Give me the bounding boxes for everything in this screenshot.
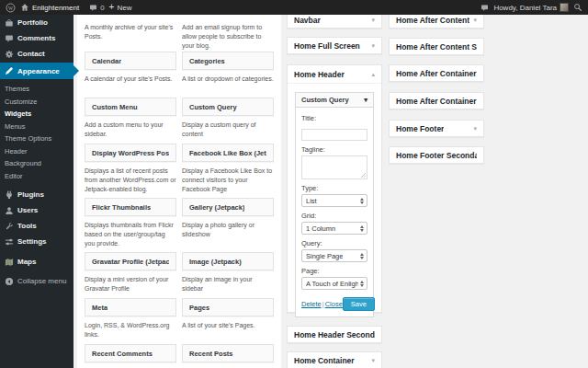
tagline-textarea[interactable] [301, 155, 368, 179]
submenu-item-editor[interactable]: Editor [5, 170, 74, 183]
available-widgets-row: Custom Menu Add a custom menu to your si… [85, 98, 274, 139]
widget-area-home-after-container-secondary[interactable]: Home After Container S [389, 92, 484, 109]
widget-description: A calendar of your site's Posts. [85, 75, 176, 84]
type-select[interactable]: List [301, 194, 368, 207]
comments-icon [5, 34, 14, 43]
comments-count: 0 [100, 4, 104, 12]
widget-area-home-full-screen[interactable]: Home Full Screen ▾ [287, 37, 382, 54]
collapse-arrow-icon [5, 277, 14, 286]
submenu-item-customize[interactable]: Customize [5, 96, 74, 109]
comment-bubble-icon [89, 4, 97, 12]
save-button[interactable]: Save [343, 297, 375, 311]
title-input[interactable] [301, 129, 368, 141]
widget-card-meta[interactable]: Meta [85, 298, 176, 316]
admin-bar-comments[interactable]: 0 [89, 4, 104, 12]
site-name-link[interactable]: Enlightenment [20, 3, 85, 12]
sidebar-item-users[interactable]: Users [0, 202, 74, 218]
grid-select[interactable]: 1 Column [301, 222, 368, 235]
widget-card-facebook-like-box[interactable]: Facebook Like Box (Jetpa... [182, 144, 274, 162]
widget-card-flickr-thumbnails[interactable]: Flickr Thumbnails [85, 198, 176, 216]
widget-description: Login, RSS, & WordPress.org links. [85, 321, 176, 339]
widget-area-home-after-container[interactable]: Home After Container [389, 64, 484, 82]
widget-area-home-footer[interactable]: Home Footer ▾ [389, 120, 484, 137]
widget-card-categories[interactable]: Categories [182, 52, 274, 70]
sidebar-item-maps[interactable]: Maps [0, 254, 74, 270]
notification-bubble-icon[interactable] [481, 4, 489, 12]
admin-bar: W Enlightenment 0 + New Howdy, Daniel Ta… [0, 0, 588, 15]
new-button[interactable]: + New [109, 4, 132, 12]
wordpress-logo-icon[interactable]: W [6, 3, 16, 13]
submenu-item-background[interactable]: Background [5, 157, 74, 170]
query-field-label: Query: [301, 239, 368, 247]
widget-card-gravatar-profile[interactable]: Gravatar Profile (Jetpack) [85, 252, 176, 270]
widget-description: Display a mini version of your Gravatar … [85, 275, 176, 293]
site-name: Enlightenment [32, 4, 79, 12]
chevron-down-icon[interactable]: ▾ [473, 17, 477, 24]
widget-area-home-after-content-secondary[interactable]: Home After Content Se [389, 38, 484, 55]
sidebar-item-tools[interactable]: Tools [0, 218, 74, 234]
sidebar-item-label: Settings [17, 237, 47, 246]
chevron-down-icon[interactable]: ▾ [371, 17, 375, 24]
link-separator: | [322, 300, 324, 308]
widget-card-recent-posts[interactable]: Recent Posts [182, 344, 274, 362]
wordpress-admin-widgets-screen: W Enlightenment 0 + New Howdy, Daniel Ta… [0, 0, 588, 368]
widget-area-home-header-secondary[interactable]: Home Header Seconda [287, 326, 382, 343]
avatar [560, 3, 569, 12]
page-select[interactable]: A Touch of Enlighte [301, 277, 368, 290]
search-icon[interactable] [573, 3, 582, 12]
sidebar-item-label: Users [17, 206, 38, 214]
widget-card-custom-query[interactable]: Custom Query [182, 98, 274, 116]
widget-area-home-header-toggle[interactable]: Home Header ▴ [288, 65, 381, 84]
collapse-menu-button[interactable]: Collapse menu [0, 273, 74, 289]
widget-card-gallery-jetpack[interactable]: Gallery (Jetpack) [182, 198, 274, 216]
submenu-item-header[interactable]: Header [5, 145, 74, 158]
widget-card-calendar[interactable]: Calendar [85, 52, 176, 70]
widget-card-display-wordpress-posts[interactable]: Display WordPress Posts... [85, 144, 176, 162]
type-select-value: List [306, 197, 317, 205]
widget-card-image-jetpack[interactable]: Image (Jetpack) [182, 252, 274, 270]
widget-area-home-footer-secondary[interactable]: Home Footer Secondar [389, 146, 484, 164]
widget-card-pages[interactable]: Pages [182, 298, 274, 316]
submenu-item-theme-options[interactable]: Theme Options [5, 132, 74, 145]
chevron-down-icon[interactable]: ▾ [473, 125, 477, 132]
new-label: New [117, 4, 131, 12]
widget-description: Display an image in your sidebar [182, 275, 274, 293]
howdy-account-link[interactable]: Howdy, Daniel Tara [493, 3, 569, 12]
widget-card-title: Custom Query [189, 103, 237, 111]
svg-text:W: W [8, 5, 14, 10]
select-arrows-icon [360, 253, 364, 259]
sidebar-item-label: Maps [17, 258, 36, 266]
chevron-down-icon[interactable]: ▾ [371, 357, 375, 364]
sidebar-item-comments[interactable]: Comments [0, 30, 74, 46]
chevron-up-icon[interactable]: ▴ [371, 71, 375, 78]
sidebar-item-appearance[interactable]: Appearance [0, 63, 74, 79]
admin-bar-right: Howdy, Daniel Tara [481, 3, 582, 12]
page-select-value: A Touch of Enlighte [306, 280, 358, 288]
custom-query-widget-form: Title: Tagline: Type: List Grid: 1 Colum… [296, 108, 373, 316]
widget-card-custom-menu[interactable]: Custom Menu [85, 98, 176, 116]
resize-handle-icon[interactable] [361, 173, 366, 178]
submenu-item-themes[interactable]: Themes [5, 83, 74, 96]
widget-description: Displays a list of recent posts from ano… [85, 167, 176, 194]
chevron-down-icon[interactable]: ▾ [364, 96, 368, 104]
widget-description: Display a custom query of content [182, 121, 274, 139]
sidebar-item-portfolio[interactable]: Portfolio [0, 15, 74, 30]
submenu-item-widgets[interactable]: Widgets [5, 108, 74, 121]
admin-bar-left: W Enlightenment 0 + New [6, 3, 131, 13]
collapse-menu-label: Collapse menu [17, 277, 66, 285]
submenu-item-menus[interactable]: Menus [5, 121, 74, 133]
sidebar-item-plugins[interactable]: Plugins [0, 187, 74, 202]
widget-card-title: Flickr Thumbnails [92, 203, 151, 212]
query-select[interactable]: Single Page [301, 249, 368, 262]
sidebar-item-settings[interactable]: Settings [0, 234, 74, 249]
grid-field-label: Grid: [301, 212, 368, 220]
sidebar-item-label: Comments [17, 34, 55, 42]
widget-card-recent-comments[interactable]: Recent Comments [85, 344, 176, 362]
close-link[interactable]: Close [325, 300, 343, 308]
delete-link[interactable]: Delete [301, 300, 322, 308]
sidebar-item-contact[interactable]: Contact [0, 46, 74, 62]
widget-area-title: Home Footer [396, 124, 444, 133]
chevron-down-icon[interactable]: ▾ [371, 42, 375, 50]
custom-query-widget-header[interactable]: Custom Query ▾ [296, 93, 373, 108]
widget-area-home-container[interactable]: Home Container ▾ [287, 351, 382, 368]
